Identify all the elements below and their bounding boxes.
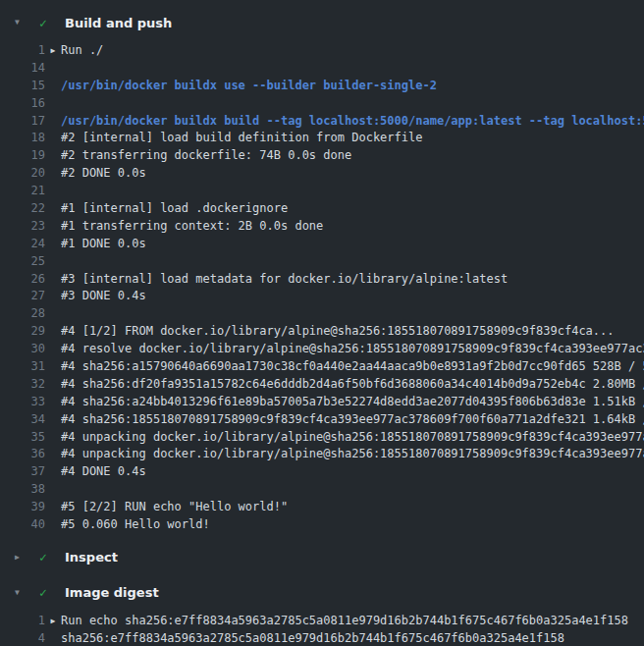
log-line: 26 #3 [internal] load metadata for docke… bbox=[0, 271, 644, 289]
log-text: #2 [internal] load build definition from… bbox=[61, 130, 644, 147]
log-text: Starting build... bbox=[61, 95, 644, 113]
log-line: 16 Starting build... bbox=[0, 95, 644, 113]
log-text: #1 [internal] load .dockerignore bbox=[61, 200, 644, 218]
chevron-icon[interactable]: ▼ bbox=[15, 19, 27, 27]
log-text: #3 [internal] load metadata for docker.i… bbox=[61, 271, 644, 289]
log-text: #4 unpacking docker.io/library/alpine@sh… bbox=[61, 446, 644, 463]
log-text bbox=[61, 305, 644, 323]
line-number[interactable]: 1 bbox=[0, 613, 45, 630]
line-number[interactable]: 16 bbox=[0, 95, 45, 113]
line-number[interactable]: 20 bbox=[0, 165, 45, 183]
log-text: #2 DONE 0.0s bbox=[61, 165, 644, 183]
log-text: #1 DONE 0.0s bbox=[61, 236, 644, 253]
success-check-icon: ✓ bbox=[39, 551, 54, 564]
line-number[interactable]: 25 bbox=[0, 253, 45, 271]
log-section: ▼ ✓ Build and push 1 ▶Run ./ 14 Using bu… bbox=[0, 8, 644, 543]
log-line: 40 #5 0.060 Hello world! bbox=[0, 516, 644, 534]
section-log-body: 1 ▶Run echo sha256:e7ff8834a5963a2785c5a… bbox=[0, 608, 644, 646]
line-number[interactable]: 24 bbox=[0, 236, 45, 253]
line-number[interactable]: 30 bbox=[0, 341, 45, 358]
line-number[interactable]: 18 bbox=[0, 130, 45, 147]
log-line: 21 bbox=[0, 183, 644, 200]
log-line: 1 ▶Run echo sha256:e7ff8834a5963a2785c5a… bbox=[0, 613, 644, 630]
log-section: ▼ ✓ Image digest 1 ▶Run echo sha256:e7ff… bbox=[0, 578, 644, 646]
line-number[interactable]: 14 bbox=[0, 60, 45, 78]
log-line: 24 #1 DONE 0.0s bbox=[0, 236, 644, 253]
log-line: 29 #4 [1/2] FROM docker.io/library/alpin… bbox=[0, 323, 644, 341]
log-text: /usr/bin/docker buildx build --tag local… bbox=[61, 113, 644, 131]
log-line: 36 #4 unpacking docker.io/library/alpine… bbox=[0, 446, 644, 463]
line-number[interactable]: 28 bbox=[0, 305, 45, 323]
log-text: Run echo sha256:e7ff8834a5963a2785c5a081… bbox=[61, 613, 644, 630]
log-text: #5 0.060 Hello world! bbox=[61, 516, 644, 534]
log-line: 19 #2 transferring dockerfile: 74B 0.0s … bbox=[0, 147, 644, 165]
log-line: 37 #4 DONE 0.4s bbox=[0, 463, 644, 481]
log-line: 33 #4 sha256:a24bb4013296f61e89ba57005a7… bbox=[0, 394, 644, 411]
log-text: #4 sha256:185518070891758909c9f839cf4ca3… bbox=[61, 411, 644, 429]
line-number[interactable]: 34 bbox=[0, 411, 45, 429]
line-number[interactable]: 40 bbox=[0, 516, 45, 534]
success-check-icon: ✓ bbox=[39, 17, 54, 29]
expand-group-icon[interactable]: ▶ bbox=[45, 42, 61, 60]
log-line: 20 #2 DONE 0.0s bbox=[0, 165, 644, 183]
log-line: 4 sha256:e7ff8834a5963a2785c5a0811e979d1… bbox=[0, 630, 644, 646]
line-number[interactable]: 22 bbox=[0, 200, 45, 218]
line-number[interactable]: 21 bbox=[0, 183, 45, 200]
log-text: #4 resolve docker.io/library/alpine@sha2… bbox=[61, 341, 644, 358]
log-line: 14 Using builder instance builder-single… bbox=[0, 60, 644, 78]
section-label[interactable]: Inspect bbox=[65, 550, 118, 565]
log-text: Using builder instance builder-single-2 bbox=[61, 60, 644, 78]
log-line: 32 #4 sha256:df20fa9351a15782c64e6dddb2d… bbox=[0, 376, 644, 394]
line-number[interactable]: 27 bbox=[0, 288, 45, 305]
log-line: 31 #4 sha256:a15790640a6690aa1730c38cf0a… bbox=[0, 358, 644, 376]
log-line: 39 #5 [2/2] RUN echo "Hello world!" bbox=[0, 499, 644, 516]
log-line: 34 #4 sha256:185518070891758909c9f839cf4… bbox=[0, 411, 644, 429]
line-number[interactable]: 39 bbox=[0, 499, 45, 516]
section-label[interactable]: Image digest bbox=[65, 585, 159, 600]
log-text: /usr/bin/docker buildx use --builder bui… bbox=[61, 78, 644, 95]
log-text: #2 transferring dockerfile: 74B 0.0s don… bbox=[61, 147, 644, 165]
section-header-build-and-push[interactable]: ▼ ✓ Build and push bbox=[0, 8, 644, 37]
line-number[interactable]: 31 bbox=[0, 358, 45, 376]
log-line: 28 bbox=[0, 305, 644, 323]
line-number[interactable]: 36 bbox=[0, 446, 45, 463]
line-number[interactable]: 26 bbox=[0, 271, 45, 289]
log-text bbox=[61, 183, 644, 200]
log-text: #4 DONE 0.4s bbox=[61, 463, 644, 481]
log-line: 35 #4 unpacking docker.io/library/alpine… bbox=[0, 429, 644, 447]
log-text: #4 sha256:a15790640a6690aa1730c38cf0a440… bbox=[61, 358, 644, 376]
line-number[interactable]: 33 bbox=[0, 394, 45, 411]
chevron-icon[interactable]: ▶ bbox=[15, 554, 27, 562]
section-label[interactable]: Build and push bbox=[65, 16, 172, 30]
log-text: #4 sha256:a24bb4013296f61e89ba57005a7b3e… bbox=[61, 394, 644, 411]
line-number[interactable]: 38 bbox=[0, 481, 45, 499]
log-text: #4 sha256:df20fa9351a15782c64e6dddb2d4a6… bbox=[61, 376, 644, 394]
log-text: Run ./ bbox=[61, 42, 644, 60]
log-text: #5 [2/2] RUN echo "Hello world!" bbox=[61, 499, 644, 516]
log-section: ▶ ✓ Inspect bbox=[0, 543, 644, 572]
section-log-body: 1 ▶Run ./ 14 Using builder instance buil… bbox=[0, 37, 644, 543]
line-number[interactable]: 19 bbox=[0, 147, 45, 165]
log-text: #4 [1/2] FROM docker.io/library/alpine@s… bbox=[61, 323, 644, 341]
line-number[interactable]: 35 bbox=[0, 429, 45, 447]
section-header-image-digest[interactable]: ▼ ✓ Image digest bbox=[0, 578, 644, 608]
success-check-icon: ✓ bbox=[39, 586, 54, 599]
expand-group-icon[interactable]: ▶ bbox=[45, 613, 61, 630]
line-number[interactable]: 15 bbox=[0, 78, 45, 95]
log-text bbox=[61, 481, 644, 499]
line-number[interactable]: 4 bbox=[0, 630, 45, 646]
line-number[interactable]: 37 bbox=[0, 463, 45, 481]
line-number[interactable]: 29 bbox=[0, 323, 45, 341]
log-line: 1 ▶Run ./ bbox=[0, 42, 644, 60]
log-line: 18 #2 [internal] load build definition f… bbox=[0, 130, 644, 147]
line-number[interactable]: 1 bbox=[0, 42, 45, 60]
workflow-log-viewer: ▼ ✓ Build and push 1 ▶Run ./ 14 Using bu… bbox=[0, 0, 644, 646]
section-header-inspect[interactable]: ▶ ✓ Inspect bbox=[0, 543, 644, 572]
line-number[interactable]: 17 bbox=[0, 113, 45, 131]
line-number[interactable]: 23 bbox=[0, 218, 45, 236]
log-text: #3 DONE 0.4s bbox=[61, 288, 644, 305]
line-number[interactable]: 32 bbox=[0, 376, 45, 394]
log-line: 23 #1 transferring context: 2B 0.0s done bbox=[0, 218, 644, 236]
log-line: 27 #3 DONE 0.4s bbox=[0, 288, 644, 305]
chevron-icon[interactable]: ▼ bbox=[15, 589, 27, 597]
